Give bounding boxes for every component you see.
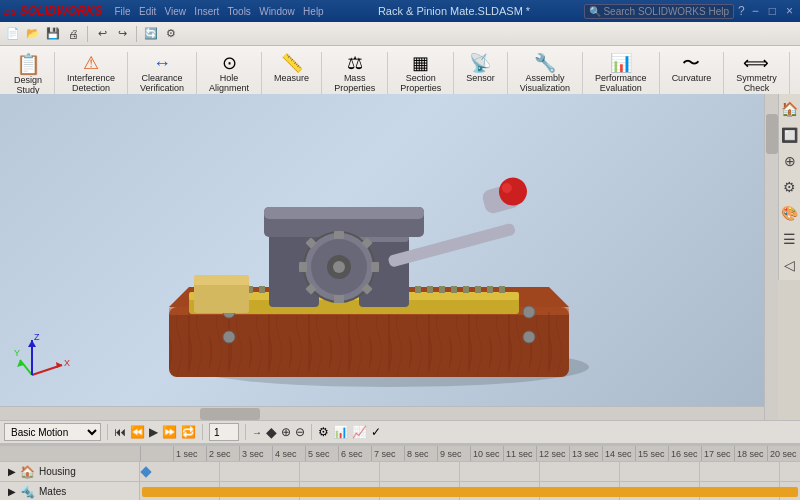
right-panel-settings-icon[interactable]: ⚙ <box>781 176 798 198</box>
options-btn[interactable]: ⚙ <box>162 25 180 43</box>
symmetry-check-button[interactable]: ⟺ SymmetryCheck <box>732 52 781 96</box>
keyframe-btn[interactable]: ◆ <box>266 424 277 440</box>
interference-label: InterferenceDetection <box>67 74 115 94</box>
mates-expand-icon[interactable]: ▶ <box>8 486 16 497</box>
time-position-display[interactable]: 1 <box>209 423 239 441</box>
search-box[interactable]: 🔍 Search SOLIDWORKS Help <box>584 4 734 19</box>
time-marker-10: 10 sec <box>470 446 503 461</box>
design-study-buttons: 📋 DesignStudy <box>10 52 46 98</box>
measure-button[interactable]: 📏 Measure <box>270 52 313 86</box>
assembly-viz-icon: 🔧 <box>534 54 556 72</box>
time-marker-13: 13 sec <box>569 446 602 461</box>
right-panel-home-icon[interactable]: 🏠 <box>779 98 800 120</box>
measure-label: Measure <box>274 74 309 84</box>
housing-row-icon: 🏠 <box>20 465 35 479</box>
assembly-visualization-button[interactable]: 🔧 AssemblyVisualization <box>516 52 574 96</box>
next-frame-btn[interactable]: ⏩ <box>162 425 177 439</box>
symmetry-icon: ⟺ <box>743 54 769 72</box>
bolt4 <box>523 331 535 343</box>
section-buttons: ▦ SectionProperties <box>396 52 445 96</box>
coordinate-axes: X Y Z <box>12 330 72 390</box>
close-btn[interactable]: × <box>783 4 796 18</box>
arrow-right: → <box>252 427 262 438</box>
viewport-scrollbar-horizontal[interactable] <box>0 406 764 420</box>
svg-rect-40 <box>487 286 493 293</box>
housing-keyframe[interactable] <box>140 466 151 477</box>
hole-buttons: ⊙ HoleAlignment <box>205 52 253 96</box>
delete-key-btn[interactable]: ⊖ <box>295 425 305 439</box>
rebuild-btn[interactable]: 🔄 <box>142 25 160 43</box>
measure-icon: 📏 <box>281 54 303 72</box>
svg-rect-50 <box>334 231 344 239</box>
right-panel-list-icon[interactable]: ☰ <box>781 228 798 250</box>
hole-alignment-button[interactable]: ⊙ HoleAlignment <box>205 52 253 96</box>
search-placeholder: Search SOLIDWORKS Help <box>603 6 729 17</box>
time-marker-5: 5 sec <box>305 446 338 461</box>
svg-rect-35 <box>427 286 433 293</box>
mates-label[interactable]: ▶ 🔩 Mates <box>0 482 140 500</box>
sensor-label: Sensor <box>466 74 495 84</box>
clearance-verification-button[interactable]: ↔ ClearanceVerification <box>136 52 188 96</box>
restore-btn[interactable]: □ <box>766 4 779 18</box>
title-bar: DS SOLIDWORKS File Edit View Insert Tool… <box>0 0 800 22</box>
viewport[interactable]: X Y Z <box>0 94 778 420</box>
mass-buttons: ⚖ MassProperties <box>330 52 379 96</box>
minimize-btn[interactable]: − <box>749 4 762 18</box>
viewport-scrollbar-vertical[interactable] <box>764 94 778 420</box>
time-marker-14: 14 sec <box>602 446 635 461</box>
hole-icon: ⊙ <box>222 54 237 72</box>
mates-track[interactable] <box>140 482 800 500</box>
solidworks-logo: DS SOLIDWORKS <box>4 4 103 18</box>
menu-bar: File Edit View Insert Tools Window Help <box>115 6 324 17</box>
timeline-row-mates: ▶ 🔩 Mates <box>0 482 800 500</box>
svg-rect-21 <box>259 286 265 293</box>
svg-rect-37 <box>451 286 457 293</box>
undo-btn[interactable]: ↩ <box>93 25 111 43</box>
time-marker-6: 6 sec <box>338 446 371 461</box>
help-icon[interactable]: ? <box>738 4 745 18</box>
performance-evaluation-button[interactable]: 📊 PerformanceEvaluation <box>591 52 651 96</box>
sensor-button[interactable]: 📡 Sensor <box>462 52 499 86</box>
motion-settings-btn[interactable]: ⚙ <box>318 425 329 439</box>
right-panel-fit-icon[interactable]: ⊕ <box>782 150 798 172</box>
interference-detection-button[interactable]: ⚠ InterferenceDetection <box>63 52 119 96</box>
save-btn[interactable]: 💾 <box>44 25 62 43</box>
motion-check-btn[interactable]: ✓ <box>371 425 381 439</box>
housing-label[interactable]: ▶ 🏠 Housing <box>0 462 140 481</box>
loop-btn[interactable]: 🔁 <box>181 425 196 439</box>
section-icon: ▦ <box>412 54 429 72</box>
motion-calc-btn[interactable]: 📊 <box>333 425 348 439</box>
redo-btn[interactable]: ↪ <box>113 25 131 43</box>
mass-properties-button[interactable]: ⚖ MassProperties <box>330 52 379 96</box>
right-panel-3d-icon[interactable]: 🔲 <box>779 124 800 146</box>
motion-mode-select[interactable]: Basic Motion Animation Motion Analysis <box>4 423 101 441</box>
svg-text:Z: Z <box>34 332 40 342</box>
new-btn[interactable]: 📄 <box>4 25 22 43</box>
motion-results-btn[interactable]: 📈 <box>352 425 367 439</box>
prev-frame-btn[interactable]: ⏪ <box>130 425 145 439</box>
svg-rect-65 <box>194 275 249 285</box>
mates-row-icon: 🔩 <box>20 485 35 499</box>
curvature-button[interactable]: 〜 Curvature <box>668 52 716 86</box>
mass-label: MassProperties <box>334 74 375 94</box>
design-study-button[interactable]: 📋 DesignStudy <box>10 52 46 98</box>
play-btn[interactable]: ▶ <box>149 425 158 439</box>
housing-expand-icon[interactable]: ▶ <box>8 466 16 477</box>
time-marker-11: 11 sec <box>503 446 536 461</box>
time-marker-12: 12 sec <box>536 446 569 461</box>
scrollbar-thumb-v[interactable] <box>766 114 778 154</box>
right-panel-expand-icon[interactable]: ◁ <box>782 254 797 276</box>
rewind-btn[interactable]: ⏮ <box>114 425 126 439</box>
measure-buttons: 📏 Measure <box>270 52 313 86</box>
scrollbar-thumb-h[interactable] <box>200 408 260 420</box>
time-marker-3: 3 sec <box>239 446 272 461</box>
add-key-btn[interactable]: ⊕ <box>281 425 291 439</box>
right-panel-color-icon[interactable]: 🎨 <box>779 202 800 224</box>
open-btn[interactable]: 📂 <box>24 25 42 43</box>
print-btn[interactable]: 🖨 <box>64 25 82 43</box>
model-svg <box>109 117 669 397</box>
interference-buttons: ⚠ InterferenceDetection <box>63 52 119 96</box>
housing-track[interactable] <box>140 462 800 481</box>
section-properties-button[interactable]: ▦ SectionProperties <box>396 52 445 96</box>
time-marker-15: 15 sec <box>635 446 668 461</box>
